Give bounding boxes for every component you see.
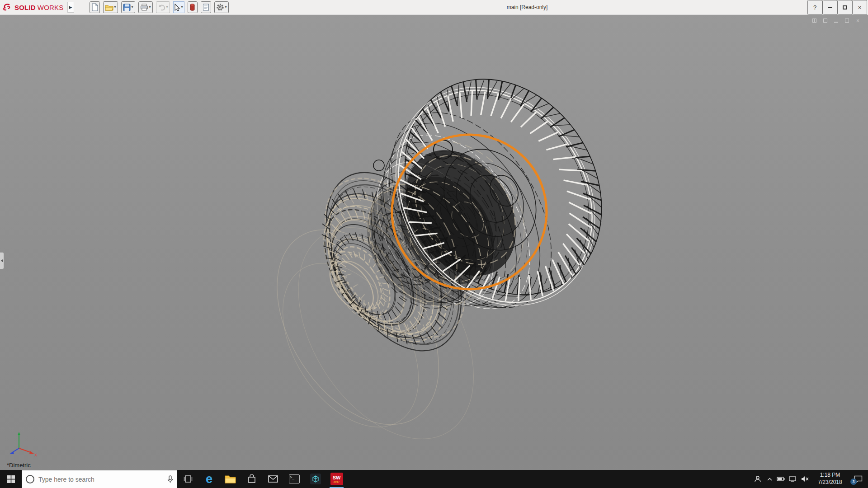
- red-cylinder-icon: [189, 4, 195, 11]
- maximize-icon: [843, 5, 847, 9]
- open-document-button[interactable]: ▾: [103, 1, 118, 13]
- close-icon: ×: [858, 4, 862, 11]
- system-tray: 1:18 PM 7/23/2018 3: [751, 470, 868, 488]
- help-button[interactable]: ?: [807, 0, 822, 15]
- search-input[interactable]: [38, 476, 163, 483]
- chevron-up-icon: [767, 478, 772, 481]
- network-display-icon: [789, 476, 796, 482]
- store-bag-icon: [247, 474, 256, 483]
- solidworks-window: SOLIDWORKS ▶ ▾: [0, 0, 868, 488]
- command-prompt-icon: >_: [289, 474, 300, 483]
- undo-dropdown-caret-icon[interactable]: ▾: [166, 5, 168, 9]
- edge-browser-button[interactable]: e: [198, 470, 220, 488]
- people-button[interactable]: [751, 470, 764, 488]
- file-properties-button[interactable]: [201, 1, 211, 13]
- brand-text-solid: SOLID: [14, 4, 36, 11]
- quick-access-toolbar: ▾ ▾ ▾: [90, 1, 229, 13]
- close-button[interactable]: ×: [852, 0, 867, 15]
- folder-icon: [225, 474, 236, 483]
- notification-badge: 3: [850, 479, 857, 485]
- brand-text-works: WORKS: [38, 4, 64, 11]
- print-icon: [140, 4, 148, 11]
- maximize-button[interactable]: [837, 0, 852, 15]
- select-arrow-icon: [175, 4, 180, 11]
- volume-button[interactable]: [798, 470, 812, 488]
- doc-minimize-icon: [834, 22, 838, 23]
- clock-date: 7/23/2018: [818, 479, 842, 486]
- feature-panel-collapse-tab[interactable]: [0, 252, 4, 269]
- people-icon: [754, 475, 761, 483]
- new-document-icon: [91, 3, 98, 11]
- task-view-button[interactable]: [177, 470, 198, 488]
- expand-arrow-icon: ▶: [69, 5, 72, 9]
- speaker-muted-icon: [801, 476, 809, 482]
- battery-icon: [777, 477, 785, 481]
- titlebar: SOLIDWORKS ▶ ▾: [0, 0, 868, 15]
- save-floppy-icon: [123, 4, 131, 11]
- window-controls: ? ×: [807, 0, 867, 15]
- undo-icon: [158, 4, 165, 11]
- doc-close-button[interactable]: ×: [855, 18, 861, 23]
- cortana-icon: [26, 475, 34, 483]
- hidden-icons-button[interactable]: [764, 470, 775, 488]
- doc-restore-button[interactable]: [844, 18, 850, 23]
- gear-icon: [216, 3, 224, 11]
- battery-button[interactable]: [775, 470, 787, 488]
- mail-button[interactable]: [262, 470, 283, 488]
- xpress-products-button[interactable]: [188, 1, 198, 13]
- graphics-viewport[interactable]: × X *Dimetric: [0, 15, 868, 470]
- document-window-controls: ×: [811, 18, 861, 23]
- command-prompt-button[interactable]: >_: [283, 470, 305, 488]
- microphone-icon[interactable]: [167, 475, 173, 483]
- cube-app-icon: [310, 474, 321, 484]
- x-axis-label: X: [34, 453, 37, 457]
- edge-icon: e: [206, 473, 212, 485]
- windows-taskbar: e >_: [0, 470, 868, 488]
- taskbar-search-box[interactable]: [22, 470, 177, 488]
- split-pane-icon: [812, 19, 816, 23]
- windows-logo-icon: [7, 475, 15, 483]
- doc-minimize-button[interactable]: [833, 18, 839, 23]
- solidworks-taskbar-button[interactable]: SW 2017: [326, 470, 347, 488]
- dassault-logo-icon: [3, 3, 13, 11]
- doc-close-icon: ×: [856, 18, 859, 23]
- save-dropdown-caret-icon[interactable]: ▾: [132, 5, 133, 9]
- doc-pane-button[interactable]: [811, 18, 817, 23]
- solidworks-logo: SOLIDWORKS: [0, 3, 67, 11]
- task-view-icon: [183, 475, 193, 483]
- orientation-triad: X: [5, 430, 37, 458]
- options-dropdown-caret-icon[interactable]: ▾: [225, 5, 227, 9]
- network-button[interactable]: [787, 470, 798, 488]
- engine-wireframe-model: [0, 15, 868, 470]
- start-button[interactable]: [0, 470, 22, 488]
- select-tool-button[interactable]: ▾: [173, 1, 184, 13]
- view-orientation-label: *Dimetric: [7, 462, 31, 469]
- taskbar-clock[interactable]: 1:18 PM 7/23/2018: [812, 470, 848, 488]
- menu-expand-button[interactable]: ▶: [67, 2, 74, 13]
- options-button[interactable]: ▾: [214, 1, 229, 13]
- action-center-button[interactable]: 3: [848, 470, 868, 488]
- mail-envelope-icon: [268, 475, 278, 483]
- sw-icon-year: 2017: [334, 480, 340, 483]
- document-title: main [Read-only]: [507, 4, 548, 10]
- pane-icon: [823, 19, 827, 23]
- save-button[interactable]: ▾: [121, 1, 135, 13]
- print-button[interactable]: ▾: [138, 1, 153, 13]
- file-explorer-button[interactable]: [220, 470, 241, 488]
- microsoft-store-button[interactable]: [241, 470, 262, 488]
- doc-pane2-button[interactable]: [822, 18, 828, 23]
- minimize-button[interactable]: [822, 0, 837, 15]
- select-dropdown-caret-icon[interactable]: ▾: [181, 5, 183, 9]
- undo-button[interactable]: ▾: [156, 1, 170, 13]
- open-folder-icon: [105, 4, 113, 11]
- properties-sheet-icon: [203, 4, 209, 11]
- help-icon: ?: [813, 4, 816, 11]
- print-dropdown-caret-icon[interactable]: ▾: [149, 5, 151, 9]
- open-dropdown-caret-icon[interactable]: ▾: [114, 5, 116, 9]
- new-document-button[interactable]: [90, 1, 100, 13]
- solidworks-app-icon: SW 2017: [330, 473, 343, 485]
- minimize-icon: [828, 7, 832, 8]
- cad-utility-button[interactable]: [305, 470, 326, 488]
- clock-time: 1:18 PM: [820, 472, 840, 479]
- sw-icon-text: SW: [333, 475, 341, 480]
